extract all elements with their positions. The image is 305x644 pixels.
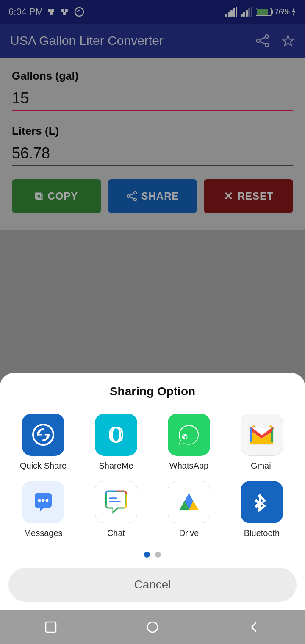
svg-point-31: [112, 427, 120, 442]
bluetooth-icon: [241, 481, 283, 523]
nav-bar: [0, 610, 305, 644]
share-sheet: Sharing Option Quick Share: [0, 373, 305, 610]
bluetooth-label: Bluetooth: [244, 528, 280, 538]
app-item-bluetooth[interactable]: Bluetooth: [227, 481, 297, 538]
svg-point-47: [38, 499, 41, 502]
quickshare-icon: [22, 414, 64, 456]
chat-icon: [95, 481, 137, 523]
svg-rect-54: [46, 622, 56, 632]
app-item-gmail[interactable]: Gmail: [227, 414, 297, 471]
cancel-button[interactable]: Cancel: [8, 568, 297, 602]
drive-label: Drive: [179, 528, 199, 538]
svg-rect-46: [268, 442, 273, 444]
messages-icon: [22, 481, 64, 523]
svg-point-48: [42, 499, 45, 502]
dot-1: [144, 552, 150, 558]
svg-rect-43: [250, 428, 252, 444]
pagination-dots: [8, 552, 297, 558]
gmail-label: Gmail: [251, 461, 273, 471]
gmail-icon: [241, 414, 283, 456]
sheet-title: Sharing Option: [8, 385, 297, 398]
shareme-icon: [95, 414, 137, 456]
messages-label: Messages: [24, 528, 62, 538]
apps-grid: Quick Share ShareMe ✆: [8, 414, 297, 538]
app-item-messages[interactable]: Messages: [8, 481, 78, 538]
svg-rect-44: [272, 428, 273, 444]
drive-icon: [168, 481, 210, 523]
svg-point-55: [147, 622, 158, 632]
quickshare-label: Quick Share: [20, 461, 67, 471]
app-item-quickshare[interactable]: Quick Share: [8, 414, 78, 471]
svg-rect-45: [250, 442, 255, 444]
app-item-drive[interactable]: Drive: [154, 481, 224, 538]
svg-point-30: [33, 425, 53, 445]
nav-home-button[interactable]: [142, 617, 163, 637]
dot-2: [155, 552, 161, 558]
app-item-shareme[interactable]: ShareMe: [81, 414, 151, 471]
nav-back-button[interactable]: [244, 617, 264, 637]
shareme-label: ShareMe: [99, 461, 133, 471]
svg-text:✆: ✆: [182, 433, 188, 441]
app-item-chat[interactable]: Chat: [81, 481, 151, 538]
app-item-whatsapp[interactable]: ✆ WhatsApp: [154, 414, 224, 471]
nav-recents-button[interactable]: [41, 617, 61, 637]
svg-point-49: [46, 499, 49, 502]
whatsapp-icon: ✆: [168, 414, 210, 456]
whatsapp-label: WhatsApp: [169, 461, 208, 471]
chat-label: Chat: [107, 528, 125, 538]
